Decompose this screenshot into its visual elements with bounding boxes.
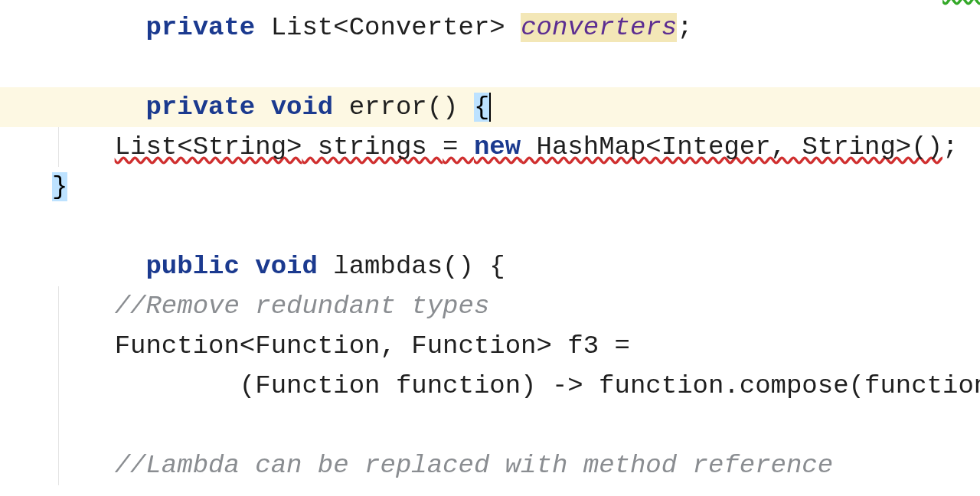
error-span[interactable]: List<String> strings = new HashMap<Integ… — [115, 132, 942, 162]
code-line[interactable]: private List<Converter> converters; — [0, 8, 980, 47]
code-line[interactable]: List<String> strings = new HashMap<Integ… — [0, 127, 980, 167]
brace-open: { — [474, 93, 491, 122]
indent — [52, 331, 115, 361]
method-name: lambdas() — [333, 252, 474, 281]
type: String[]{ — [786, 0, 927, 2]
comment: //Lambda can be replaced with method ref… — [115, 451, 834, 480]
method-name: error() — [349, 93, 459, 122]
code-line[interactable]: //Lambda can be replaced with method ref… — [0, 445, 980, 485]
indent — [52, 371, 240, 400]
comment: //Remove redundant types — [115, 292, 490, 321]
code-line[interactable]: } — [0, 167, 980, 207]
semicolon: ; — [677, 13, 692, 42]
code-line[interactable]: public void lambdas() { — [0, 246, 980, 286]
keyword: new — [474, 132, 521, 162]
keyword: void — [271, 93, 334, 122]
field-name: converters — [521, 13, 677, 42]
type: List<Converter> — [271, 13, 505, 42]
code-line[interactable]: Function<Function, Function> f3 = — [0, 326, 980, 366]
code-editor[interactable]: private final String[] stringArray = new… — [0, 0, 980, 496]
keyword: private — [145, 93, 255, 122]
brace-close: } — [52, 172, 67, 201]
type: HashMap<Integer, String>() — [521, 132, 942, 162]
class-reference: IntelliJ I — [942, 0, 980, 2]
code-line-active[interactable]: private void error() { — [0, 87, 980, 127]
semicolon: ; — [942, 132, 958, 162]
keyword: private — [145, 13, 255, 42]
keyword: public — [145, 252, 239, 281]
code-line[interactable]: (Function function) -> function.compose(… — [0, 366, 980, 406]
indent — [52, 292, 115, 321]
indent — [52, 132, 115, 162]
keyword: new — [724, 0, 770, 2]
keyword: void — [255, 252, 318, 281]
code-line-blank[interactable] — [0, 406, 980, 445]
type: List<String> — [115, 132, 302, 162]
operator: = — [693, 0, 708, 2]
indent — [52, 451, 115, 480]
brace-open: { — [489, 252, 505, 281]
code-line[interactable]: //Remove redundant types — [0, 286, 980, 326]
variable: strings — [302, 132, 443, 162]
code-text: Function<Function, Function> f3 = — [115, 331, 630, 361]
code-text: (Function function) -> function.compose(… — [240, 371, 980, 400]
operator: = — [443, 132, 474, 162]
